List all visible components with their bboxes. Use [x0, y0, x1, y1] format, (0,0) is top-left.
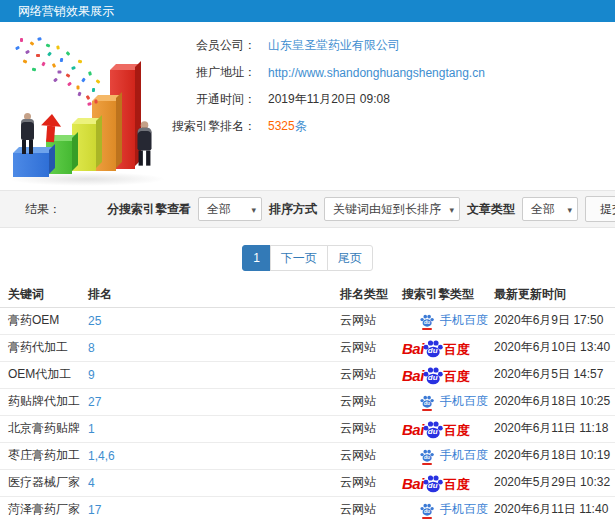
- table-row: 药贴牌代加工27云网站du手机百度2020年6月18日 10:25: [0, 388, 615, 415]
- cell-rank-type: 云网站: [340, 496, 402, 520]
- cell-engine: du手机百度: [402, 442, 494, 469]
- next-page-link[interactable]: 下一页: [270, 245, 328, 271]
- engine-rank-value[interactable]: 5325条: [268, 118, 307, 135]
- engine-view-select[interactable]: 全部▾: [198, 197, 262, 221]
- filter-controls: 分搜索引擎查看 全部▾ 排序方式 关键词由短到长排序▾ 文章类型 全部▾ 提交: [107, 196, 615, 222]
- title-bar: 网络营销效果展示: [0, 0, 615, 22]
- info-row-engine-rank: 搜索引擎排名： 5325条: [158, 113, 608, 140]
- cell-keyword: 枣庄膏药加工: [0, 442, 88, 469]
- cell-rank-type: 云网站: [340, 307, 402, 334]
- page-item-last[interactable]: 尾页: [328, 245, 373, 271]
- engine-rank-count: 5325: [268, 119, 295, 133]
- chart-bar-blue: [13, 153, 49, 177]
- mobile-baidu-logo: du手机百度: [402, 447, 488, 464]
- rank-link[interactable]: 9: [88, 368, 95, 382]
- cell-engine: du手机百度: [402, 496, 494, 520]
- results-table: 关键词 排名 排名类型 搜索引擎类型 最新更新时间 膏药OEM25云网站du手机…: [0, 283, 615, 520]
- baidu-logo: Baidu百度: [402, 339, 470, 356]
- info-row-open-time: 开通时间： 2019年11月20日 09:08: [158, 86, 608, 113]
- page-number[interactable]: 1: [242, 245, 271, 271]
- table-row: 医疗器械厂家4云网站Baidu百度2020年5月29日 10:32: [0, 469, 615, 496]
- rank-link[interactable]: 8: [88, 341, 95, 355]
- result-label: 结果：: [25, 201, 61, 218]
- cell-engine: Baidu百度: [402, 415, 494, 442]
- chevron-down-icon: ▾: [251, 198, 256, 222]
- cell-rank-type: 云网站: [340, 415, 402, 442]
- page-item-current[interactable]: 1: [242, 245, 271, 271]
- baidu-paw-icon: du: [423, 474, 443, 493]
- page-item-next[interactable]: 下一页: [271, 245, 328, 271]
- col-keyword: 关键词: [0, 283, 88, 307]
- col-updated: 最新更新时间: [494, 283, 615, 307]
- table-row: 枣庄膏药加工1,4,6云网站du手机百度2020年6月18日 10:19: [0, 442, 615, 469]
- cell-rank-type: 云网站: [340, 469, 402, 496]
- cell-keyword: 膏药OEM: [0, 307, 88, 334]
- cell-engine: du手机百度: [402, 307, 494, 334]
- cell-rank: 1: [88, 415, 340, 442]
- col-engine-type: 搜索引擎类型: [402, 283, 494, 307]
- mobile-baidu-logo: du手机百度: [402, 312, 488, 329]
- baidu-paw-icon: du: [423, 339, 443, 358]
- last-page-link[interactable]: 尾页: [327, 245, 373, 271]
- baidu-logo: Baidu百度: [402, 420, 470, 437]
- cell-rank-type: 云网站: [340, 334, 402, 361]
- cell-updated: 2020年5月29日 10:32: [494, 469, 615, 496]
- company-link[interactable]: 山东皇圣堂药业有限公司: [268, 37, 400, 54]
- cell-engine: Baidu百度: [402, 334, 494, 361]
- page-title: 网络营销效果展示: [18, 4, 114, 18]
- cell-keyword: 药贴牌代加工: [0, 388, 88, 415]
- mobile-baidu-label: 手机百度: [440, 447, 488, 464]
- cell-rank: 27: [88, 388, 340, 415]
- company-label: 会员公司：: [158, 37, 256, 54]
- businessman-figure: [137, 121, 151, 165]
- article-type-value: 全部: [531, 202, 555, 216]
- cell-updated: 2020年6月18日 10:25: [494, 388, 615, 415]
- cell-keyword: 医疗器械厂家: [0, 469, 88, 496]
- col-rank-type: 排名类型: [340, 283, 402, 307]
- sort-select[interactable]: 关键词由短到长排序▾: [324, 197, 460, 221]
- cell-engine: Baidu百度: [402, 469, 494, 496]
- pagination: 1 下一页 尾页: [0, 245, 615, 271]
- rank-link[interactable]: 25: [88, 314, 101, 328]
- article-type-select[interactable]: 全部▾: [522, 197, 578, 221]
- engine-rank-unit: 条: [295, 119, 307, 133]
- mobile-baidu-logo: du手机百度: [402, 501, 488, 518]
- cell-updated: 2020年6月18日 10:19: [494, 442, 615, 469]
- engine-view-value: 全部: [207, 202, 231, 216]
- table-row: 北京膏药贴牌1云网站Baidu百度2020年6月11日 11:18: [0, 415, 615, 442]
- submit-button[interactable]: 提交: [585, 196, 615, 222]
- rank-link[interactable]: 27: [88, 395, 101, 409]
- table-body: 膏药OEM25云网站du手机百度2020年6月9日 17:50膏药代加工8云网站…: [0, 307, 615, 520]
- info-row-promo-url: 推广地址： http://www.shandonghuangshengtang.…: [158, 59, 608, 86]
- up-arrow-icon: [40, 113, 62, 142]
- baidu-paw-icon: du: [423, 420, 443, 439]
- baidu-logo: Baidu百度: [402, 366, 470, 383]
- table-row: 膏药代加工8云网站Baidu百度2020年6月10日 13:40: [0, 334, 615, 361]
- baidu-paw-icon: du: [420, 449, 434, 462]
- table-row: 菏泽膏药厂家17云网站du手机百度2020年6月11日 11:40: [0, 496, 615, 520]
- cell-rank: 1,4,6: [88, 442, 340, 469]
- cell-rank-type: 云网站: [340, 388, 402, 415]
- top-section: 会员公司： 山东皇圣堂药业有限公司 推广地址： http://www.shand…: [0, 22, 615, 190]
- rank-link[interactable]: 17: [88, 503, 101, 517]
- promo-url-link[interactable]: http://www.shandonghuangshengtang.cn: [268, 66, 485, 80]
- businessman-figure: [21, 113, 34, 154]
- rank-link[interactable]: 1,4,6: [88, 449, 115, 463]
- open-time-value: 2019年11月20日 09:08: [268, 91, 390, 108]
- filter-bar: 结果： 分搜索引擎查看 全部▾ 排序方式 关键词由短到长排序▾ 文章类型 全部▾…: [0, 190, 615, 228]
- cell-keyword: 菏泽膏药厂家: [0, 496, 88, 520]
- mobile-baidu-label: 手机百度: [440, 393, 488, 410]
- cell-updated: 2020年6月10日 13:40: [494, 334, 615, 361]
- rank-link[interactable]: 4: [88, 476, 95, 490]
- cell-keyword: 膏药代加工: [0, 334, 88, 361]
- table-row: OEM代加工9云网站Baidu百度2020年6月5日 14:57: [0, 361, 615, 388]
- info-row-company: 会员公司： 山东皇圣堂药业有限公司: [158, 32, 608, 59]
- cell-updated: 2020年6月11日 11:18: [494, 415, 615, 442]
- cell-rank: 8: [88, 334, 340, 361]
- article-type-label: 文章类型: [467, 201, 515, 218]
- rank-link[interactable]: 1: [88, 422, 95, 436]
- cell-engine: Baidu百度: [402, 361, 494, 388]
- promo-url-label: 推广地址：: [158, 64, 256, 81]
- chevron-down-icon: ▾: [449, 198, 454, 222]
- engine-view-label: 分搜索引擎查看: [107, 201, 191, 218]
